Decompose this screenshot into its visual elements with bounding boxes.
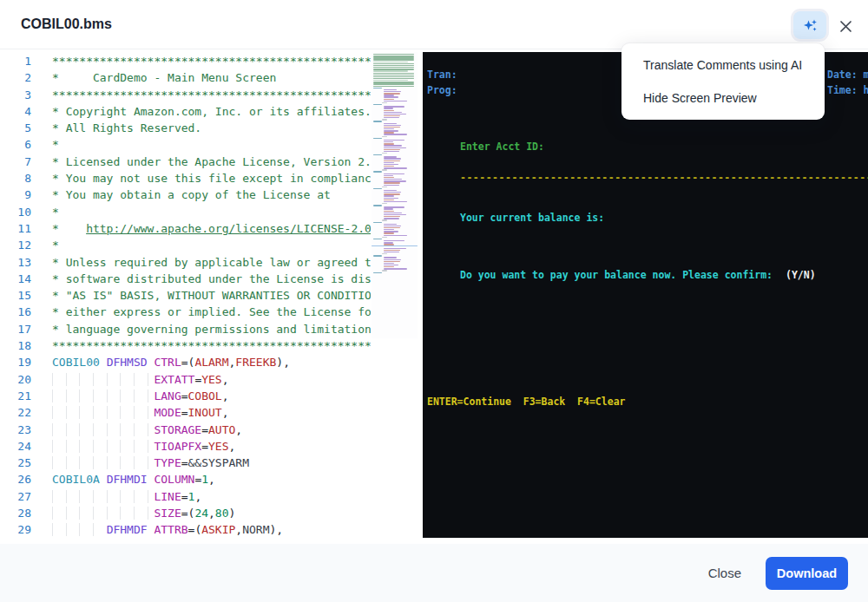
minimap-row: [382, 169, 387, 170]
code-line: 1***************************************…: [0, 53, 371, 69]
minimap-row: [384, 250, 400, 251]
sparkles-icon: [802, 17, 819, 34]
prog-label: Prog:: [427, 84, 457, 96]
minimap-row: [384, 123, 397, 124]
line-number: 23: [0, 422, 31, 438]
minimap-row: [384, 114, 406, 115]
code-line: 2* CardDemo - Main Menu Screen: [0, 69, 371, 86]
minimap-row: [384, 224, 397, 225]
minimap-row: [384, 195, 394, 196]
line-number: 25: [0, 455, 31, 471]
minimap-row: [384, 232, 394, 233]
minimap-row: [384, 101, 407, 101]
minimap-row: [382, 219, 387, 220]
minimap-row: [384, 208, 393, 209]
line-number: 1: [0, 53, 31, 69]
code-line: 23 STORAGE=AUTO,: [0, 422, 371, 438]
minimap-row: [373, 62, 408, 62]
minimap-row: [384, 167, 407, 168]
minimap-row: [384, 226, 401, 226]
code-line: 16* either express or implied. See the L…: [0, 304, 371, 320]
menu-item-label: Hide Screen Preview: [643, 91, 757, 105]
minimap-row: [373, 70, 408, 71]
close-icon[interactable]: [835, 16, 856, 36]
minimap-row: [373, 104, 382, 105]
minimap-row: [384, 160, 400, 161]
minimap[interactable]: [372, 52, 418, 338]
code-line: 27 LINE=1,: [0, 488, 371, 505]
minimap-row: [384, 259, 401, 260]
minimap-row: [384, 173, 404, 174]
line-number: 6: [0, 136, 31, 153]
line-number: 4: [0, 103, 31, 120]
minimap-row: [373, 88, 382, 88]
minimap-row: [384, 201, 407, 202]
minimap-row: [384, 110, 394, 111]
minimap-row: [382, 203, 387, 204]
code-line: 4* Copyright Amazon.com, Inc. or its aff…: [0, 103, 371, 120]
file-preview-modal: COBIL00.bms 1***************************…: [0, 0, 868, 602]
ai-actions-button[interactable]: [793, 11, 826, 39]
line-number: 5: [0, 120, 31, 136]
minimap-row: [373, 188, 382, 189]
menu-item-hide-screen-preview[interactable]: Hide Screen Preview: [621, 82, 825, 115]
line-number: 20: [0, 371, 31, 388]
line-number: 10: [0, 204, 31, 220]
menu-item-translate-comments[interactable]: Translate Comments using AI: [621, 49, 825, 82]
line-number: 28: [0, 505, 31, 521]
minimap-row: [384, 149, 400, 150]
line-number: 3: [0, 87, 31, 103]
minimap-row: [373, 239, 382, 239]
minimap-row: [384, 125, 401, 126]
code-line: 21 LANG=COBOL,: [0, 388, 371, 404]
code-line: 14* software distributed under the Licen…: [0, 271, 371, 287]
code-line: 5* All Rights Reserved.: [0, 120, 371, 136]
minimap-row: [382, 186, 387, 187]
line-number: 15: [0, 287, 31, 304]
minimap-row: [382, 153, 387, 154]
code-line: 13* Unless required by applicable law or…: [0, 254, 371, 271]
minimap-row: [382, 237, 387, 238]
minimap-row: [384, 175, 393, 176]
line-number: 29: [0, 521, 31, 538]
modal-header: COBIL00.bms: [0, 0, 868, 49]
minimap-row: [384, 158, 401, 159]
line-number: 14: [0, 271, 31, 287]
code-line: 11* http://www.apache.org/licenses/LICEN…: [0, 220, 371, 237]
time-label: Time: hh:mm:ss: [827, 84, 868, 96]
minimap-row: [384, 213, 402, 213]
download-button[interactable]: Download: [766, 557, 848, 590]
code-line: 9* You may obtain a copy of the License …: [0, 186, 371, 203]
line-number: 22: [0, 404, 31, 421]
date-label: Date: mm/dd/yy: [827, 69, 868, 81]
yn-hint: (Y/N): [786, 269, 816, 281]
license-link[interactable]: http://www.apache.org/licenses/LICENSE-2…: [86, 222, 371, 235]
ai-actions-menu: Translate Comments using AI Hide Screen …: [621, 43, 825, 120]
minimap-row: [384, 200, 394, 200]
minimap-row: [373, 222, 382, 223]
line-number: 26: [0, 471, 31, 487]
minimap-row: [384, 145, 402, 146]
minimap-row: [373, 75, 414, 75]
minimap-row: [384, 198, 398, 199]
minimap-row: [384, 248, 406, 249]
code-line: 15* "AS IS" BASIS, WITHOUT WARRANTIES OR…: [0, 287, 371, 304]
line-number: 27: [0, 488, 31, 505]
minimap-row: [373, 272, 382, 273]
minimap-row: [384, 108, 393, 108]
line-number: 13: [0, 254, 31, 271]
line-number: 21: [0, 388, 31, 404]
minimap-row: [384, 268, 407, 269]
separator-line: ----------------------------------------…: [460, 172, 868, 184]
code-line: 28 SIZE=(24,80): [0, 505, 371, 521]
code-line: 24 TIOAPFX=YES,: [0, 438, 371, 455]
minimap-row: [373, 86, 414, 87]
minimap-row: [384, 96, 398, 97]
minimap-row: [384, 263, 394, 264]
enter-acct-prompt: Enter Acct ID:: [460, 141, 544, 153]
close-button[interactable]: Close: [708, 566, 741, 580]
confirm-prompt: Do you want to pay your balance now. Ple…: [460, 269, 773, 281]
code-line: 20 EXTATT=YES,: [0, 371, 371, 388]
line-number: 11: [0, 220, 31, 237]
code-line: 22 MODE=INOUT,: [0, 404, 371, 421]
